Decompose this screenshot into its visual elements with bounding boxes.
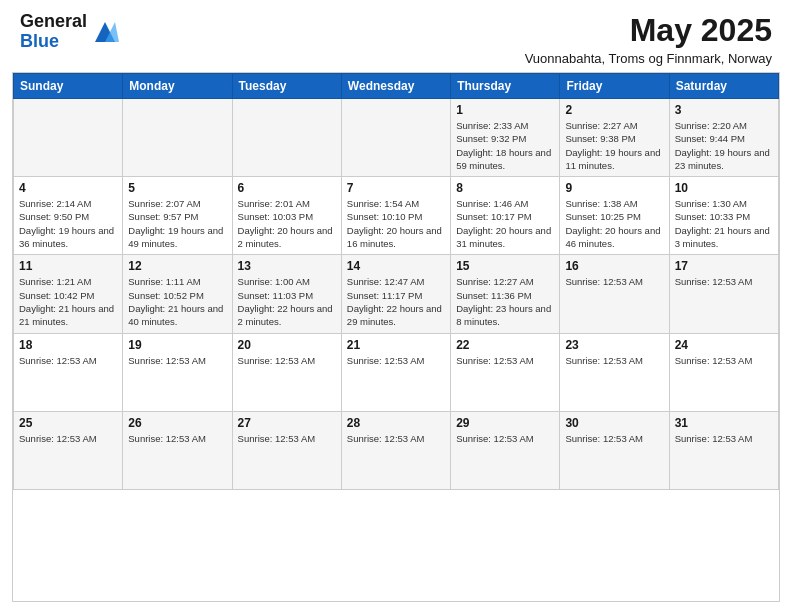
logo: General Blue [20, 12, 119, 52]
title-block: May 2025 Vuonnabahta, Troms og Finnmark,… [525, 12, 772, 66]
weekday-header-thursday: Thursday [451, 74, 560, 99]
day-cell: 7Sunrise: 1:54 AM Sunset: 10:10 PM Dayli… [341, 177, 450, 255]
day-info: Sunrise: 12:53 AM [128, 354, 226, 367]
weekday-header-sunday: Sunday [14, 74, 123, 99]
logo-blue: Blue [20, 32, 87, 52]
week-row-4: 18Sunrise: 12:53 AM19Sunrise: 12:53 AM20… [14, 333, 779, 411]
day-info: Sunrise: 12:53 AM [456, 432, 554, 445]
day-info: Sunrise: 12:53 AM [347, 432, 445, 445]
day-info: Sunrise: 12:53 AM [128, 432, 226, 445]
day-info: Sunrise: 1:11 AM Sunset: 10:52 PM Daylig… [128, 275, 226, 328]
header: General Blue May 2025 Vuonnabahta, Troms… [0, 0, 792, 72]
day-info: Sunrise: 12:53 AM [19, 432, 117, 445]
day-number: 17 [675, 259, 773, 273]
day-number: 29 [456, 416, 554, 430]
day-number: 12 [128, 259, 226, 273]
day-number: 28 [347, 416, 445, 430]
day-number: 22 [456, 338, 554, 352]
day-info: Sunrise: 1:38 AM Sunset: 10:25 PM Daylig… [565, 197, 663, 250]
day-info: Sunrise: 1:30 AM Sunset: 10:33 PM Daylig… [675, 197, 773, 250]
page: General Blue May 2025 Vuonnabahta, Troms… [0, 0, 792, 612]
day-number: 11 [19, 259, 117, 273]
day-cell [232, 99, 341, 177]
day-number: 19 [128, 338, 226, 352]
day-number: 4 [19, 181, 117, 195]
day-cell: 25Sunrise: 12:53 AM [14, 411, 123, 489]
day-cell: 11Sunrise: 1:21 AM Sunset: 10:42 PM Dayl… [14, 255, 123, 333]
day-cell: 28Sunrise: 12:53 AM [341, 411, 450, 489]
calendar-body: 1Sunrise: 2:33 AM Sunset: 9:32 PM Daylig… [14, 99, 779, 490]
day-cell: 13Sunrise: 1:00 AM Sunset: 11:03 PM Dayl… [232, 255, 341, 333]
day-number: 26 [128, 416, 226, 430]
day-number: 9 [565, 181, 663, 195]
day-info: Sunrise: 2:01 AM Sunset: 10:03 PM Daylig… [238, 197, 336, 250]
day-info: Sunrise: 1:21 AM Sunset: 10:42 PM Daylig… [19, 275, 117, 328]
calendar: SundayMondayTuesdayWednesdayThursdayFrid… [12, 72, 780, 602]
day-info: Sunrise: 2:33 AM Sunset: 9:32 PM Dayligh… [456, 119, 554, 172]
day-info: Sunrise: 2:14 AM Sunset: 9:50 PM Dayligh… [19, 197, 117, 250]
day-number: 10 [675, 181, 773, 195]
day-info: Sunrise: 12:27 AM Sunset: 11:36 PM Dayli… [456, 275, 554, 328]
week-row-3: 11Sunrise: 1:21 AM Sunset: 10:42 PM Dayl… [14, 255, 779, 333]
weekday-header-wednesday: Wednesday [341, 74, 450, 99]
day-info: Sunrise: 12:47 AM Sunset: 11:17 PM Dayli… [347, 275, 445, 328]
weekday-row: SundayMondayTuesdayWednesdayThursdayFrid… [14, 74, 779, 99]
day-number: 21 [347, 338, 445, 352]
day-info: Sunrise: 1:46 AM Sunset: 10:17 PM Daylig… [456, 197, 554, 250]
subtitle: Vuonnabahta, Troms og Finnmark, Norway [525, 51, 772, 66]
logo-text: General Blue [20, 12, 87, 52]
day-number: 14 [347, 259, 445, 273]
day-info: Sunrise: 2:27 AM Sunset: 9:38 PM Dayligh… [565, 119, 663, 172]
day-info: Sunrise: 12:53 AM [675, 275, 773, 288]
day-cell: 9Sunrise: 1:38 AM Sunset: 10:25 PM Dayli… [560, 177, 669, 255]
day-info: Sunrise: 1:00 AM Sunset: 11:03 PM Daylig… [238, 275, 336, 328]
day-cell: 10Sunrise: 1:30 AM Sunset: 10:33 PM Dayl… [669, 177, 778, 255]
day-cell: 4Sunrise: 2:14 AM Sunset: 9:50 PM Daylig… [14, 177, 123, 255]
day-cell [341, 99, 450, 177]
logo-general: General [20, 12, 87, 32]
day-info: Sunrise: 12:53 AM [565, 432, 663, 445]
day-cell: 1Sunrise: 2:33 AM Sunset: 9:32 PM Daylig… [451, 99, 560, 177]
weekday-header-tuesday: Tuesday [232, 74, 341, 99]
calendar-header: SundayMondayTuesdayWednesdayThursdayFrid… [14, 74, 779, 99]
day-info: Sunrise: 12:53 AM [565, 275, 663, 288]
week-row-5: 25Sunrise: 12:53 AM26Sunrise: 12:53 AM27… [14, 411, 779, 489]
day-info: Sunrise: 12:53 AM [19, 354, 117, 367]
day-number: 16 [565, 259, 663, 273]
day-info: Sunrise: 12:53 AM [565, 354, 663, 367]
day-number: 5 [128, 181, 226, 195]
week-row-2: 4Sunrise: 2:14 AM Sunset: 9:50 PM Daylig… [14, 177, 779, 255]
day-number: 23 [565, 338, 663, 352]
day-cell: 8Sunrise: 1:46 AM Sunset: 10:17 PM Dayli… [451, 177, 560, 255]
day-cell: 15Sunrise: 12:27 AM Sunset: 11:36 PM Day… [451, 255, 560, 333]
day-number: 13 [238, 259, 336, 273]
day-info: Sunrise: 2:07 AM Sunset: 9:57 PM Dayligh… [128, 197, 226, 250]
day-cell: 30Sunrise: 12:53 AM [560, 411, 669, 489]
day-number: 30 [565, 416, 663, 430]
day-number: 8 [456, 181, 554, 195]
weekday-header-saturday: Saturday [669, 74, 778, 99]
day-cell: 22Sunrise: 12:53 AM [451, 333, 560, 411]
day-cell: 3Sunrise: 2:20 AM Sunset: 9:44 PM Daylig… [669, 99, 778, 177]
weekday-header-friday: Friday [560, 74, 669, 99]
day-number: 20 [238, 338, 336, 352]
day-info: Sunrise: 12:53 AM [238, 354, 336, 367]
day-number: 24 [675, 338, 773, 352]
day-info: Sunrise: 1:54 AM Sunset: 10:10 PM Daylig… [347, 197, 445, 250]
day-cell: 5Sunrise: 2:07 AM Sunset: 9:57 PM Daylig… [123, 177, 232, 255]
day-cell: 19Sunrise: 12:53 AM [123, 333, 232, 411]
day-cell: 21Sunrise: 12:53 AM [341, 333, 450, 411]
calendar-table: SundayMondayTuesdayWednesdayThursdayFrid… [13, 73, 779, 490]
day-cell: 20Sunrise: 12:53 AM [232, 333, 341, 411]
day-number: 27 [238, 416, 336, 430]
day-cell: 26Sunrise: 12:53 AM [123, 411, 232, 489]
day-info: Sunrise: 12:53 AM [675, 432, 773, 445]
day-number: 6 [238, 181, 336, 195]
day-cell: 16Sunrise: 12:53 AM [560, 255, 669, 333]
day-info: Sunrise: 12:53 AM [456, 354, 554, 367]
day-cell: 23Sunrise: 12:53 AM [560, 333, 669, 411]
day-cell: 12Sunrise: 1:11 AM Sunset: 10:52 PM Dayl… [123, 255, 232, 333]
logo-icon [91, 18, 119, 46]
day-cell: 27Sunrise: 12:53 AM [232, 411, 341, 489]
day-number: 18 [19, 338, 117, 352]
